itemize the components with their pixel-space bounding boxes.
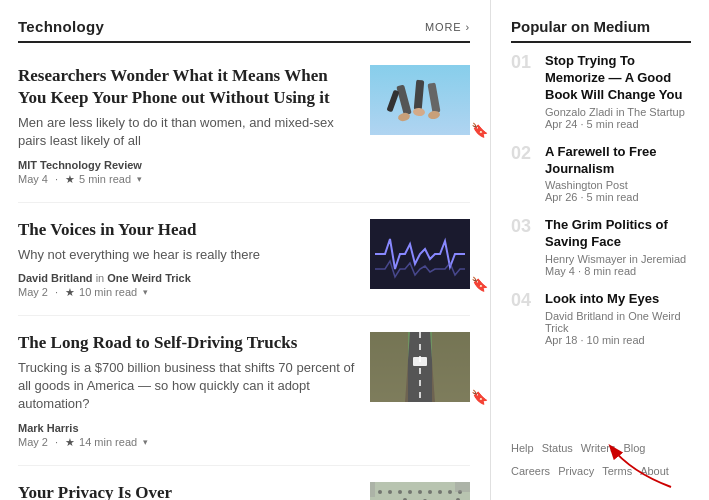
star-icon: ★: [65, 286, 75, 299]
svg-marker-10: [405, 332, 435, 402]
popular-num: 03: [511, 217, 535, 237]
article-subtitle: Why not everything we hear is really the…: [18, 246, 356, 264]
star-icon: ★: [65, 173, 75, 186]
author-name: Mark Harris: [18, 422, 356, 434]
svg-point-23: [448, 490, 452, 494]
svg-point-20: [418, 490, 422, 494]
popular-title[interactable]: Look into My Eyes: [545, 291, 691, 308]
article-subtitle: Trucking is a $700 billion business that…: [18, 359, 356, 414]
popular-item: 02 A Farewell to Free Journalism Washing…: [511, 144, 691, 204]
footer-privacy[interactable]: Privacy: [558, 461, 594, 482]
pop-content: Look into My Eyes David Britland in One …: [545, 291, 691, 346]
author-name: MIT Technology Review: [18, 159, 356, 171]
popular-item: 01 Stop Trying To Memorize — A Good Book…: [511, 53, 691, 130]
article-meta: MIT Technology Review May 4 · ★ 5 min re…: [18, 159, 356, 186]
main-content: Technology MORE Researchers Wonder What …: [0, 0, 491, 500]
bookmark-button[interactable]: 🔖: [471, 277, 488, 291]
pop-meta: Gonzalo Zladi in The Startup Apr 24 · 5 …: [545, 106, 691, 130]
article-meta: David Britland in One Weird Trick May 2 …: [18, 272, 356, 299]
article-title[interactable]: Your Privacy Is Over: [18, 482, 356, 501]
pop-content: A Farewell to Free Journalism Washington…: [545, 144, 691, 204]
read-time: 10 min read: [79, 286, 137, 298]
article-date: May 2: [18, 286, 48, 298]
article-item: The Voices in Your Head Why not everythi…: [18, 203, 470, 316]
bookmark-button[interactable]: 🔖: [471, 123, 488, 137]
article-meta: Mark Harris May 2 · ★ 14 min read ▾: [18, 422, 356, 449]
svg-rect-13: [370, 332, 408, 402]
chevron-down-icon[interactable]: ▾: [143, 287, 148, 297]
popular-num: 04: [511, 291, 535, 311]
svg-rect-12: [413, 357, 427, 366]
annotation-arrow: [601, 432, 681, 492]
chevron-down-icon[interactable]: ▾: [143, 437, 148, 447]
pop-meta: Washington Post Apr 26 · 5 min read: [545, 179, 691, 203]
article-item: Researchers Wonder What it Means When Yo…: [18, 49, 470, 203]
popular-list: 01 Stop Trying To Memorize — A Good Book…: [511, 53, 691, 428]
pop-meta: David Britland in One Weird Trick Apr 18…: [545, 310, 691, 346]
read-time: 14 min read: [79, 436, 137, 448]
article-image: [370, 482, 470, 501]
svg-point-21: [428, 490, 432, 494]
svg-point-18: [398, 490, 402, 494]
article-image: [370, 219, 470, 289]
article-title[interactable]: Researchers Wonder What it Means When Yo…: [18, 65, 356, 109]
popular-num: 01: [511, 53, 535, 73]
popular-title[interactable]: The Grim Politics of Saving Face: [545, 217, 691, 251]
section-title: Technology: [18, 18, 104, 35]
article-title[interactable]: The Voices in Your Head: [18, 219, 356, 241]
more-link[interactable]: MORE: [425, 21, 470, 33]
popular-item: 03 The Grim Politics of Saving Face Henr…: [511, 217, 691, 277]
svg-rect-66: [455, 482, 470, 492]
article-date: May 4: [18, 173, 48, 185]
sidebar-title: Popular on Medium: [511, 18, 691, 43]
article-date: May 2: [18, 436, 48, 448]
article-content: The Long Road to Self-Driving Trucks Tru…: [18, 332, 356, 449]
footer-status[interactable]: Status: [542, 438, 573, 459]
article-item: Your Privacy Is Over A plausible case fo…: [18, 466, 470, 501]
article-item: The Long Road to Self-Driving Trucks Tru…: [18, 316, 470, 466]
svg-point-16: [378, 490, 382, 494]
popular-title[interactable]: Stop Trying To Memorize — A Good Book Wi…: [545, 53, 691, 104]
svg-rect-64: [370, 482, 375, 497]
article-content: The Voices in Your Head Why not everythi…: [18, 219, 356, 299]
section-header: Technology MORE: [18, 18, 470, 43]
footer-help[interactable]: Help: [511, 438, 534, 459]
star-icon: ★: [65, 436, 75, 449]
sidebar-footer: Help Status Writers Blog Careers Privacy…: [511, 428, 691, 482]
bookmark-button[interactable]: 🔖: [471, 390, 488, 404]
popular-title[interactable]: A Farewell to Free Journalism: [545, 144, 691, 178]
author-name: David Britland in One Weird Trick: [18, 272, 356, 284]
sidebar: Popular on Medium 01 Stop Trying To Memo…: [491, 0, 709, 500]
pop-content: The Grim Politics of Saving Face Henry W…: [545, 217, 691, 277]
article-image: [370, 65, 470, 135]
read-time: 5 min read: [79, 173, 131, 185]
article-content: Researchers Wonder What it Means When Yo…: [18, 65, 356, 186]
pop-meta: Henry Wismayer in Jeremiad May 4 · 8 min…: [545, 253, 691, 277]
popular-num: 02: [511, 144, 535, 164]
footer-careers[interactable]: Careers: [511, 461, 550, 482]
svg-rect-14: [432, 332, 470, 402]
article-content: Your Privacy Is Over A plausible case fo…: [18, 482, 356, 501]
article-image: [370, 332, 470, 402]
chevron-down-icon[interactable]: ▾: [137, 174, 142, 184]
svg-point-17: [388, 490, 392, 494]
svg-point-19: [408, 490, 412, 494]
popular-item: 04 Look into My Eyes David Britland in O…: [511, 291, 691, 346]
pop-content: Stop Trying To Memorize — A Good Book Wi…: [545, 53, 691, 130]
article-title[interactable]: The Long Road to Self-Driving Trucks: [18, 332, 356, 354]
article-subtitle: Men are less likely to do it than women,…: [18, 114, 356, 150]
svg-point-22: [438, 490, 442, 494]
